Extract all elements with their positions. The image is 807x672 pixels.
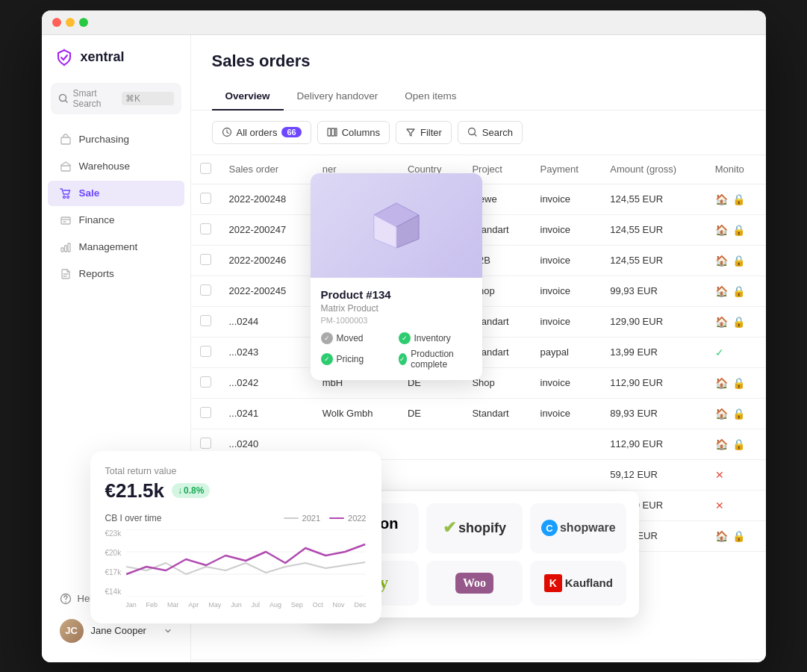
sidebar-label-warehouse: Warehouse (79, 161, 131, 172)
home-icon[interactable]: 🏠 (715, 438, 728, 450)
tag-moved-label: Moved (337, 333, 364, 343)
marketplace-shopware[interactable]: C shopware (530, 503, 626, 553)
search-placeholder: Smart Search (73, 88, 118, 109)
lock-icon[interactable]: 🔒 (732, 377, 745, 389)
sidebar-label-finance: Finance (79, 214, 115, 225)
help-icon (60, 593, 72, 605)
sale-icon (60, 187, 72, 199)
x-feb: Feb (146, 601, 158, 609)
x-sep: Sep (291, 601, 303, 609)
columns-label: Columns (342, 127, 380, 138)
minimize-button[interactable] (66, 18, 75, 27)
maximize-button[interactable] (79, 18, 88, 27)
table-row[interactable]: ...0241 Wolk Gmbh DE Standart invoice 89… (191, 398, 766, 429)
home-icon[interactable]: 🏠 (715, 408, 728, 420)
order-payment: paypal (532, 337, 602, 367)
home-icon[interactable]: 🏠 (715, 377, 728, 389)
legend-2022-line (329, 517, 344, 519)
order-payment: invoice (532, 306, 602, 337)
home-icon[interactable]: 🏠 (715, 285, 728, 297)
tab-overview[interactable]: Overview (212, 83, 284, 111)
row-checkbox[interactable] (200, 407, 211, 418)
columns-button[interactable]: Columns (317, 121, 390, 144)
marketplace-kaufland[interactable]: K Kaufland (530, 561, 626, 606)
sidebar-item-reports[interactable]: Reports (48, 261, 184, 287)
y-label-20k: €20k (105, 549, 122, 557)
row-checkbox[interactable] (200, 438, 211, 449)
growth-badge: ↓ 0.8% (172, 483, 210, 498)
chart-right: Jan Feb Mar Apr May Jun Jul Aug Sep Oct … (125, 529, 366, 609)
shopware-logo: C shopware (541, 520, 616, 536)
tag-moved: ✓ Moved (321, 332, 394, 344)
lock-icon[interactable]: 🔒 (732, 193, 745, 205)
sidebar-item-sale[interactable]: Sale (48, 181, 184, 206)
analytics-value: €21.5k (105, 479, 165, 503)
lock-icon[interactable]: 🔒 (732, 530, 745, 542)
svg-rect-7 (64, 246, 66, 252)
order-payment: invoice (532, 245, 602, 276)
row-checkbox[interactable] (200, 284, 211, 296)
home-icon[interactable]: 🏠 (715, 316, 728, 328)
growth-arrow: ↓ (178, 485, 182, 496)
row-checkbox[interactable] (200, 376, 211, 388)
x-may: May (208, 601, 221, 609)
lock-icon[interactable]: 🔒 (732, 408, 745, 420)
row-checkbox[interactable] (200, 346, 211, 357)
home-icon[interactable]: 🏠 (715, 224, 728, 236)
lock-icon[interactable]: 🔒 (732, 224, 745, 236)
svg-rect-13 (331, 128, 334, 136)
filter-button[interactable]: Filter (396, 121, 452, 144)
woo-logo: Woo (455, 573, 493, 594)
sidebar-item-warehouse[interactable]: Warehouse (48, 154, 184, 179)
search-bar[interactable]: Smart Search ⌘K (51, 83, 181, 114)
y-label-23k: €23k (105, 529, 122, 538)
close-icon[interactable]: ✕ (715, 500, 724, 511)
home-icon[interactable]: 🏠 (715, 530, 728, 542)
row-checkbox[interactable] (200, 254, 211, 265)
row-checkbox[interactable] (200, 223, 211, 234)
col-sales-order: Sales order (220, 155, 314, 184)
marketplace-shopify[interactable]: ✔ shopify (426, 503, 523, 553)
home-icon[interactable]: 🏠 (715, 193, 728, 205)
pricing-check: ✓ (321, 353, 333, 365)
svg-rect-5 (61, 217, 70, 224)
search-button[interactable]: Search (458, 121, 523, 144)
close-icon[interactable]: ✕ (715, 469, 724, 481)
row-checkbox[interactable] (200, 315, 211, 326)
lock-icon[interactable]: 🔒 (732, 438, 745, 450)
lock-icon[interactable]: 🔒 (732, 316, 745, 328)
svg-rect-14 (335, 128, 337, 136)
all-orders-button[interactable]: All orders 66 (212, 121, 311, 144)
order-country: DE (399, 398, 464, 429)
analytics-value-row: €21.5k ↓ 0.8% (105, 479, 367, 503)
tab-open-items[interactable]: Open items (391, 83, 470, 111)
chart-header: CB I over time 2021 2022 (105, 513, 367, 523)
sidebar-item-purchasing[interactable]: Purchasing (48, 127, 184, 152)
kaufland-logo: K Kaufland (544, 574, 613, 592)
search-toolbar-icon (467, 127, 478, 137)
logo-text: xentral (81, 49, 125, 65)
order-amount: 112,90 EUR (601, 429, 706, 459)
tab-delivery[interactable]: Delivery handover (284, 83, 392, 111)
x-aug: Aug (269, 601, 281, 609)
chart-y-labels: €23k €20k €17k €14k (105, 529, 126, 609)
select-all-checkbox[interactable] (200, 163, 211, 174)
row-checkbox[interactable] (200, 193, 211, 204)
warehouse-icon (60, 161, 72, 172)
order-amount: 59,12 EUR (601, 459, 706, 490)
sidebar-item-management[interactable]: Management (48, 234, 184, 260)
product-tags: ✓ Moved ✓ Inventory ✓ Pricing ✓ (321, 332, 472, 370)
x-mar: Mar (167, 601, 179, 609)
filter-icon (405, 127, 416, 137)
marketplace-woo[interactable]: Woo (426, 561, 523, 606)
lock-icon[interactable]: 🔒 (732, 285, 745, 297)
close-button[interactable] (52, 18, 61, 27)
sidebar-item-finance[interactable]: Finance (48, 208, 184, 233)
home-icon[interactable]: 🏠 (715, 255, 728, 267)
check-icon[interactable]: ✓ (715, 346, 724, 358)
svg-rect-6 (61, 248, 63, 252)
inventory-check: ✓ (399, 332, 411, 344)
lock-icon[interactable]: 🔒 (732, 255, 745, 267)
tag-pricing-label: Pricing (337, 354, 364, 364)
chart-legend: 2021 2022 (284, 514, 367, 523)
